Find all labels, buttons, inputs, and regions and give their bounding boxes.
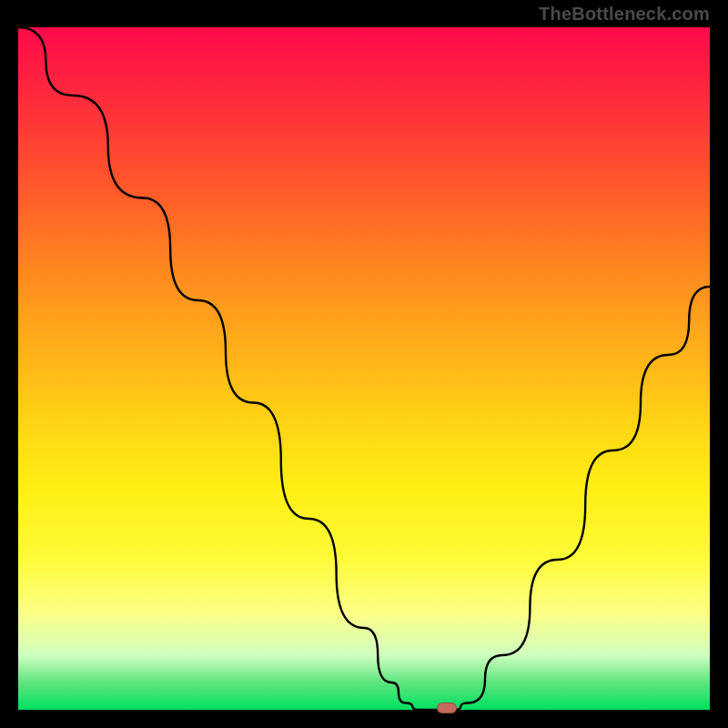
- chart-frame: TheBottleneck.com: [0, 0, 728, 728]
- bottleneck-curve: [18, 27, 710, 710]
- plot-area: [18, 27, 710, 710]
- watermark-text: TheBottleneck.com: [539, 4, 710, 25]
- optimum-marker: [437, 703, 457, 713]
- curve-path: [18, 27, 710, 710]
